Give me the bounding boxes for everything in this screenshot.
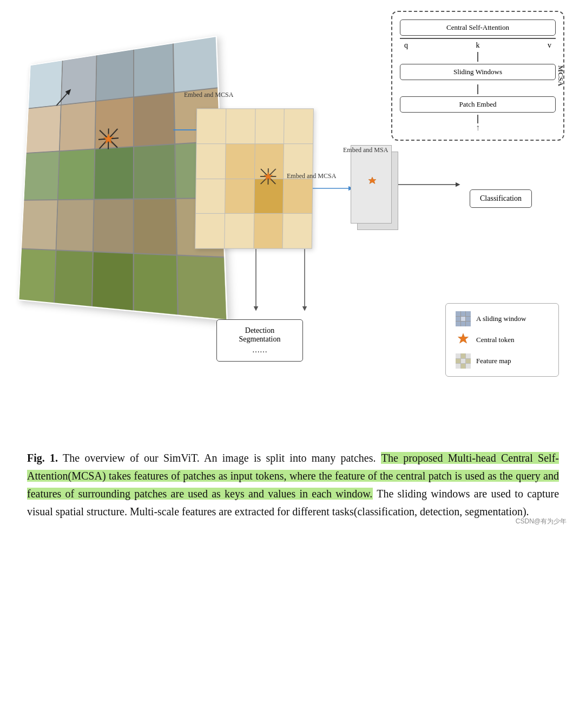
q-label: q — [404, 41, 408, 50]
legend-box: A sliding window Central token Feature m… — [445, 303, 559, 377]
segmentation-label: Segmentation — [230, 335, 289, 344]
arch-bottom-line — [477, 115, 478, 123]
watermark: CSDN@有为少年 — [516, 516, 567, 527]
k-label: k — [476, 41, 480, 50]
central-self-attention-block: Central Self-Attention — [400, 19, 556, 36]
detection-box: Detection Segmentation …… — [216, 319, 303, 362]
legend-sliding-window: A sliding window — [456, 311, 549, 326]
caption-text: Fig. 1. The overview of our SimViT. An i… — [27, 449, 559, 521]
sliding-windows-block: Sliding Windows — [400, 64, 556, 80]
image-mosaic — [11, 43, 216, 303]
diagram-area: Embed and MCSA Embed and MCS — [0, 0, 586, 433]
fig-label: Fig. 1. — [27, 452, 58, 464]
feature-map-label: Feature map — [476, 357, 511, 365]
ellipsis-label: …… — [230, 346, 289, 355]
svg-line-9 — [56, 91, 69, 106]
v-label: v — [548, 41, 551, 50]
legend-central-token: Central token — [456, 332, 549, 348]
embed-mcsa-label-medium: Embed and MCSA — [287, 172, 336, 181]
classification-box: Classification — [470, 189, 532, 208]
arrow-to-classification — [398, 176, 463, 193]
detection-label: Detection — [230, 326, 289, 335]
sliding-window-icon — [456, 311, 471, 326]
arch-vertical-line-2 — [477, 84, 478, 94]
caption-area: Fig. 1. The overview of our SimViT. An i… — [0, 433, 586, 537]
mcsa-label: MCSA — [556, 65, 565, 86]
arrow-down-detection-2 — [297, 249, 313, 314]
qkv-row: q k v — [400, 41, 556, 50]
arrow-down-detection — [248, 249, 264, 314]
blue-arrow-medium — [313, 183, 356, 194]
embed-mcsa-label-big: Embed and MCSA — [184, 91, 233, 100]
arch-divider — [400, 38, 556, 39]
starburst-small-icon — [365, 174, 379, 188]
feature-map-icon — [456, 353, 471, 369]
embed-msa-label: Embed and MSA — [343, 146, 388, 155]
sliding-window-label: A sliding window — [476, 314, 526, 323]
starburst-medium-icon — [259, 167, 278, 186]
patch-embed-block: Patch Embed — [400, 96, 556, 113]
starburst-big-icon — [97, 127, 120, 151]
central-token-icon — [456, 332, 471, 348]
central-token-label: Central token — [476, 336, 514, 344]
arch-vertical-line — [477, 52, 478, 62]
arch-bottom-arrow: ↑ — [400, 123, 556, 132]
arch-box: MCSA Central Self-Attention q k v Slidin… — [391, 11, 564, 141]
legend-feature-map: Feature map — [456, 353, 549, 369]
svg-marker-21 — [368, 177, 376, 184]
diagonal-arrow-icon — [54, 87, 73, 108]
svg-marker-25 — [458, 333, 469, 343]
caption-text-before: The overview of our SimViT. An image is … — [58, 452, 381, 464]
